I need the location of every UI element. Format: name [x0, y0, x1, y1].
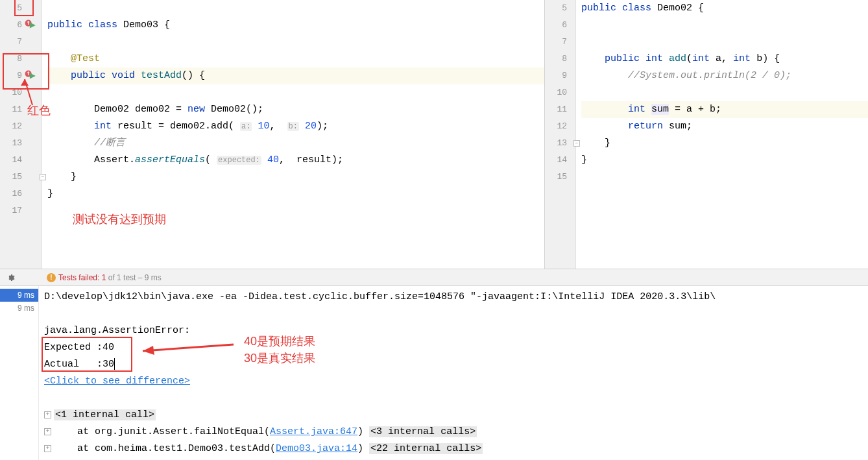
- console-error: java.lang.AssertionError:: [44, 322, 863, 339]
- line-number: 13: [550, 135, 570, 152]
- line-number: 12: [5, 118, 25, 135]
- code-line[interactable]: 9 public void testAdd() {: [47, 67, 544, 84]
- line-number: 5: [550, 0, 570, 17]
- line-number: 5: [5, 0, 25, 17]
- tests-failed-label: Tests failed: 1: [58, 273, 106, 282]
- code-line[interactable]: 12 return sum;: [581, 118, 868, 135]
- code-line[interactable]: 7: [47, 34, 544, 51]
- line-number: 8: [550, 51, 570, 67]
- line-number: 15: [5, 169, 25, 186]
- code-text: int sum = a + b;: [581, 101, 721, 118]
- code-text: }: [47, 169, 77, 186]
- test-time-selected[interactable]: 9 ms: [0, 289, 38, 302]
- stack-link-demo03[interactable]: Demo03.java:14: [276, 443, 357, 454]
- line-number: 12: [550, 118, 570, 135]
- line-number: 13: [5, 135, 25, 152]
- code-line[interactable]: 15− }: [47, 169, 544, 186]
- code-line[interactable]: 6public class Demo03 {: [47, 17, 544, 34]
- line-number: 11: [550, 101, 570, 118]
- code-text: }: [581, 152, 587, 169]
- annotation-label-40: 40是预期结果: [244, 333, 315, 350]
- line-number: 10: [5, 84, 25, 101]
- code-line[interactable]: 5: [47, 0, 544, 17]
- run-test-icon[interactable]: [25, 19, 36, 31]
- code-line[interactable]: 8 @Test: [47, 51, 544, 67]
- code-line[interactable]: 10: [47, 84, 544, 101]
- editor-pane-demo02[interactable]: 5public class Demo02 {678 public int add…: [545, 0, 868, 269]
- code-line[interactable]: 15: [581, 169, 868, 186]
- gear-icon[interactable]: [5, 272, 16, 283]
- code-line[interactable]: 14 Assert.assertEquals( expected: 40, re…: [47, 152, 544, 169]
- line-number: 15: [550, 169, 570, 186]
- line-number: 16: [5, 186, 25, 202]
- code-text: int result = demo02.add( a: 10, b: 20);: [47, 118, 328, 135]
- line-number: 8: [5, 51, 25, 67]
- svg-marker-1: [30, 23, 36, 29]
- console-command: D:\develop\jdk12\bin\java.exe -ea -Didea…: [44, 289, 863, 306]
- code-text: }: [47, 186, 53, 202]
- annotation-label-30: 30是真实结果: [244, 350, 315, 367]
- annotation-label-red: 红色: [27, 103, 51, 118]
- code-line[interactable]: 6: [581, 17, 868, 34]
- fold-icon[interactable]: −: [40, 174, 46, 180]
- expand-icon[interactable]: +: [44, 411, 51, 418]
- code-text: Demo02 demo02 = new Demo02();: [47, 101, 263, 118]
- line-number: 7: [5, 34, 25, 51]
- internal-call-22: <22 internal calls>: [369, 443, 483, 454]
- console-output[interactable]: D:\develop\jdk12\bin\java.exe -ea -Didea…: [39, 286, 868, 460]
- code-line[interactable]: 11 int sum = a + b;: [581, 101, 868, 118]
- annotation-label-expected-fail: 测试没有达到预期: [73, 212, 166, 227]
- code-line[interactable]: 14}: [581, 152, 868, 169]
- code-line[interactable]: 10: [581, 84, 868, 101]
- fail-icon: !: [47, 273, 56, 282]
- svg-marker-3: [30, 73, 36, 79]
- code-text: public class Demo03 {: [47, 17, 170, 34]
- code-text: public int add(int a, int b) {: [581, 51, 780, 67]
- code-text: //断言: [47, 135, 125, 152]
- code-text: public void testAdd() {: [47, 67, 205, 84]
- line-number: 14: [550, 152, 570, 169]
- line-number: 17: [5, 202, 25, 219]
- code-line[interactable]: 9 //System.out.println(2 / 0);: [581, 67, 868, 84]
- code-text: return sum;: [581, 118, 692, 135]
- code-text: Assert.assertEquals( expected: 40, resul…: [47, 152, 343, 169]
- line-number: 10: [550, 84, 570, 101]
- tests-failed-detail: of 1 test – 9 ms: [106, 273, 161, 282]
- line-number: 14: [5, 152, 25, 169]
- code-line[interactable]: 16}: [47, 186, 544, 202]
- see-difference-link[interactable]: <Click to see difference>: [44, 376, 190, 387]
- code-line[interactable]: 8 public int add(int a, int b) {: [581, 51, 868, 67]
- expand-icon[interactable]: +: [44, 428, 51, 435]
- code-text: //System.out.println(2 / 0);: [581, 67, 791, 84]
- editor-split-view: 56public class Demo03 {78 @Test9 public …: [0, 0, 868, 269]
- console-actual: Actual :30: [44, 356, 863, 373]
- editor-pane-demo03[interactable]: 56public class Demo03 {78 @Test9 public …: [0, 0, 545, 269]
- code-line[interactable]: 13− }: [581, 135, 868, 152]
- code-text: @Test: [47, 51, 100, 67]
- code-line[interactable]: 13 //断言: [47, 135, 544, 152]
- code-text: }: [581, 135, 610, 152]
- line-number: 11: [5, 101, 25, 118]
- test-time-item[interactable]: 9 ms: [0, 302, 38, 315]
- line-number: 6: [5, 17, 25, 34]
- expand-icon[interactable]: +: [44, 445, 51, 452]
- line-number: 9: [550, 67, 570, 84]
- run-test-icon[interactable]: [25, 70, 36, 82]
- test-panel-header: ! Tests failed: 1 of 1 test – 9 ms: [0, 269, 868, 286]
- code-line[interactable]: 7: [581, 34, 868, 51]
- fold-icon[interactable]: −: [573, 140, 580, 147]
- test-results-panel: ! Tests failed: 1 of 1 test – 9 ms 9 ms …: [0, 269, 868, 460]
- line-number: 6: [550, 17, 570, 34]
- internal-call-3: <3 internal calls>: [369, 426, 477, 437]
- line-number: 7: [550, 34, 570, 51]
- test-time-column: 9 ms 9 ms: [0, 286, 39, 460]
- line-number: 9: [5, 67, 25, 84]
- code-line[interactable]: 12 int result = demo02.add( a: 10, b: 20…: [47, 118, 544, 135]
- code-line[interactable]: 11 Demo02 demo02 = new Demo02();: [47, 101, 544, 118]
- console-expected: Expected :40: [44, 339, 863, 356]
- internal-call-1: <1 internal call>: [54, 409, 156, 420]
- code-text: public class Demo02 {: [581, 0, 704, 17]
- code-line[interactable]: 5public class Demo02 {: [581, 0, 868, 17]
- stack-link-assert[interactable]: Assert.java:647: [270, 426, 357, 437]
